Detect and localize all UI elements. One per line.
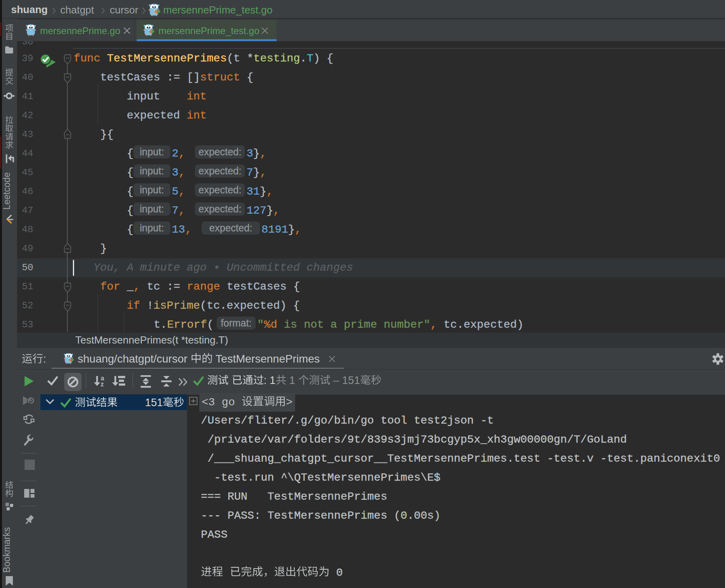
- svg-text:z: z: [101, 381, 104, 388]
